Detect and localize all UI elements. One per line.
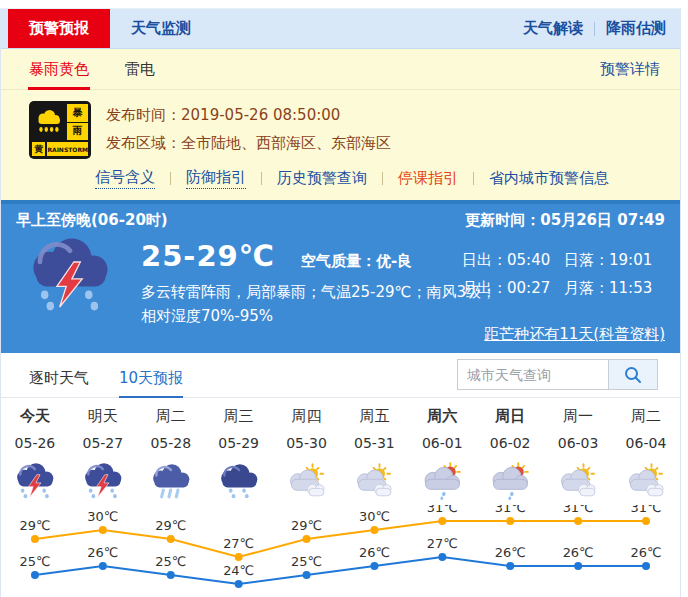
thunderstorm-icon (69, 459, 137, 505)
svg-text:24℃: 24℃ (223, 563, 254, 578)
temperature-range: 25-29℃ (141, 239, 275, 273)
search-icon (623, 365, 643, 385)
forecast-day[interactable]: 周六06-01 (408, 407, 476, 505)
tab-10day-forecast[interactable]: 10天预报 (119, 369, 183, 397)
publish-area-line: 发布区域：全市陆地、西部海区、东部海区 (106, 129, 391, 157)
day-name: 周四 (273, 407, 341, 426)
temperature-chart: 29℃30℃29℃27℃29℃30℃31℃31℃31℃31℃25℃26℃25℃2… (1, 505, 680, 597)
warning-section: 暴雨黄色 雷电 预警详情 (1, 49, 680, 200)
search-button[interactable] (608, 360, 657, 389)
day-date: 05-29 (205, 435, 273, 451)
day-name: 周三 (205, 407, 273, 426)
day-date: 05-26 (1, 435, 69, 451)
day-name: 周五 (340, 407, 408, 426)
svg-text:29℃: 29℃ (291, 518, 322, 533)
svg-text:25℃: 25℃ (19, 554, 50, 569)
warning-body: 暴 雨 黄 RAINSTORM 发布时间：2019-05-26 08:50:00… (1, 90, 680, 159)
sun-shower-icon (408, 459, 476, 505)
forecast-day[interactable]: 周二05-28 (137, 407, 205, 505)
panel-side: 日出：05:40 日落：19:01 月出：00:27 月落：11:53 (462, 235, 666, 328)
sun-shower-icon (476, 459, 544, 505)
thunderstorm-icon (1, 459, 69, 505)
rainstorm-yellow-warning-badge: 暴 雨 黄 RAINSTORM (29, 101, 91, 159)
forecast-day[interactable]: 周二06-04 (612, 407, 680, 505)
light-rain-icon (205, 459, 273, 505)
warning-detail-link[interactable]: 预警详情 (600, 60, 660, 79)
city-search-box (457, 359, 658, 390)
forecast-day[interactable]: 周一06-03 (544, 407, 612, 505)
warning-link[interactable]: 信号含义 (95, 168, 155, 189)
current-weather-panel: 早上至傍晚(06-20时) 更新时间：05月26日 07:49 25-29℃ 空… (1, 200, 680, 353)
city-search-input[interactable] (458, 360, 608, 389)
warning-link[interactable]: 历史预警查询 (277, 169, 367, 188)
nav-links: 天气解读 降雨估测 (523, 9, 680, 48)
panel-header: 早上至傍晚(06-20时) 更新时间：05月26日 07:49 (1, 204, 680, 230)
publish-area-value: 全市陆地、西部海区、东部海区 (181, 134, 391, 152)
day-date: 05-27 (69, 435, 137, 451)
forecast-day[interactable]: 明天05-27 (69, 407, 137, 505)
svg-text:30℃: 30℃ (359, 509, 390, 524)
moonrise: 月出：00:27 (462, 279, 564, 298)
separator (594, 22, 595, 36)
weather-page: 预警预报 天气监测 天气解读 降雨估测 暴雨黄色 雷电 预警详情 (0, 8, 681, 597)
forecast-day[interactable]: 周三05-29 (205, 407, 273, 505)
publish-time-value: 2019-05-26 08:50:00 (181, 106, 340, 124)
day-date: 06-03 (544, 435, 612, 451)
svg-text:30℃: 30℃ (87, 509, 118, 524)
svg-text:31℃: 31℃ (631, 505, 662, 515)
solar-term-link[interactable]: 距芒种还有11天(科普资料) (484, 325, 665, 344)
svg-text:29℃: 29℃ (19, 518, 50, 533)
svg-text:26℃: 26℃ (495, 545, 526, 560)
day-date: 05-30 (273, 435, 341, 451)
warning-link[interactable]: 省内城市预警信息 (489, 169, 609, 188)
svg-text:29℃: 29℃ (155, 518, 186, 533)
day-name: 周二 (612, 407, 680, 426)
link-rainfall-estimation[interactable]: 降雨估测 (606, 19, 666, 38)
warning-tabs: 暴雨黄色 雷电 预警详情 (1, 49, 680, 90)
tab-rainstorm-yellow[interactable]: 暴雨黄色 (29, 49, 89, 89)
warning-links-row: 信号含义防御指引历史预警查询停课指引省内城市预警信息 (1, 159, 680, 200)
forecast-day[interactable]: 周日06-02 (476, 407, 544, 505)
forecast-day[interactable]: 周五05-31 (340, 407, 408, 505)
day-date: 06-01 (408, 435, 476, 451)
sun-cloud-icon (340, 459, 408, 505)
thunderstorm-icon (25, 237, 117, 328)
warning-link[interactable]: 停课指引 (398, 169, 458, 188)
forecast-grid: 今天05-26 明天05-27 周二05-28 周三05-29 周四05-30 … (1, 407, 680, 505)
svg-text:26℃: 26℃ (563, 545, 594, 560)
svg-text:25℃: 25℃ (291, 554, 322, 569)
svg-text:31℃: 31℃ (563, 505, 594, 515)
tab-weather-monitoring[interactable]: 天气监测 (110, 9, 212, 48)
warning-link[interactable]: 防御指引 (186, 168, 246, 189)
svg-text:26℃: 26℃ (631, 545, 662, 560)
publish-time-line: 发布时间：2019-05-26 08:50:00 (106, 101, 391, 129)
sun-cloud-icon (612, 459, 680, 505)
badge-english-text: RAINSTORM (47, 142, 88, 156)
day-name: 明天 (69, 407, 137, 426)
forecast-tabs: 逐时天气 10天预报 (1, 365, 680, 398)
svg-text:31℃: 31℃ (427, 505, 458, 515)
weather-description: 多云转雷阵雨，局部暴雨；气温25-29℃；南风3级； 相对湿度70%-95% (141, 280, 462, 328)
svg-text:25℃: 25℃ (155, 554, 186, 569)
svg-text:31℃: 31℃ (495, 505, 526, 515)
badge-type-text: 暴 雨 (67, 104, 88, 140)
heavy-rain-icon (137, 459, 205, 505)
day-name: 周二 (137, 407, 205, 426)
moonset: 月落：11:53 (564, 279, 666, 298)
tab-warning-forecast[interactable]: 预警预报 (8, 9, 110, 48)
svg-text:27℃: 27℃ (223, 536, 254, 551)
tab-hourly-weather[interactable]: 逐时天气 (29, 369, 89, 397)
svg-text:27℃: 27℃ (427, 536, 458, 551)
separator (382, 172, 383, 185)
separator (170, 172, 171, 185)
panel-main: 25-29℃ 空气质量：优-良 多云转雷阵雨，局部暴雨；气温25-29℃；南风3… (141, 235, 462, 328)
link-weather-interpretation[interactable]: 天气解读 (523, 19, 583, 38)
badge-rain-cloud-icon (32, 104, 65, 140)
sunset: 日落：19:01 (564, 251, 666, 270)
forecast-day[interactable]: 今天05-26 (1, 407, 69, 505)
forecast-day[interactable]: 周四05-30 (273, 407, 341, 505)
badge-level-text: 黄 (32, 142, 45, 156)
svg-text:26℃: 26℃ (359, 545, 390, 560)
day-date: 05-31 (340, 435, 408, 451)
tab-lightning[interactable]: 雷电 (125, 49, 155, 89)
